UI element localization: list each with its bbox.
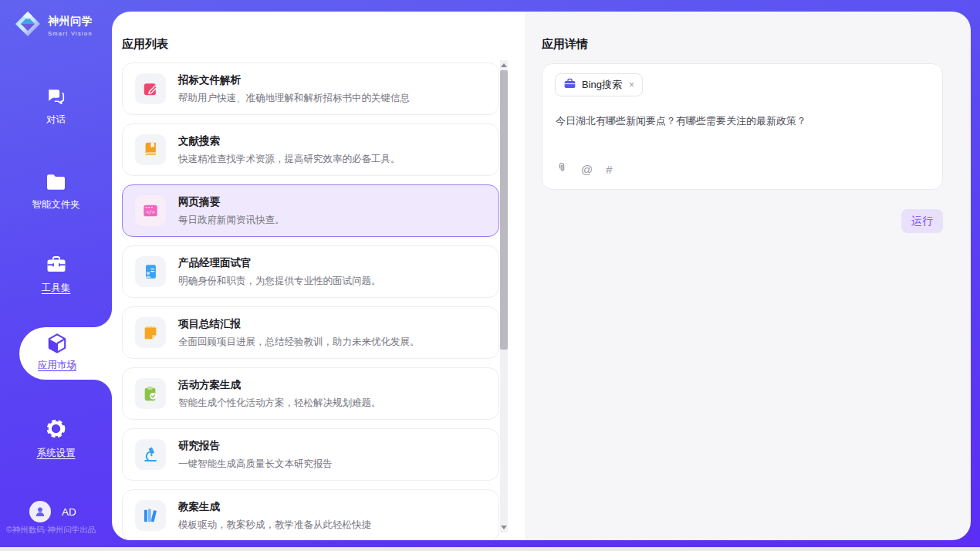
gear-icon (0, 415, 112, 440)
svg-text:</>: </> (146, 209, 155, 215)
sidebar-item-label: 智能文件夹 (0, 198, 112, 211)
sidebar-item-label: 工具集 (0, 282, 112, 295)
sidebar-item-app-market[interactable]: 应用市场 (19, 327, 112, 380)
app-detail-title: 应用详情 (542, 37, 588, 52)
app-card-description: 每日政府新闻资讯快查。 (178, 214, 285, 227)
scrollbar-thumb[interactable] (500, 70, 508, 350)
app-card-text: 文献搜索快速精准查找学术资源，提高研究效率的必备工具。 (178, 134, 400, 166)
folder-icon (0, 167, 112, 191)
app-card-text: 招标文件解析帮助用户快速、准确地理解和解析招标书中的关键信息 (178, 73, 410, 105)
sidebar-item-label: 对话 (0, 113, 112, 127)
app-card-event-plan[interactable]: 活动方案生成智能生成个性化活动方案，轻松解决规划难题。 (122, 367, 499, 420)
app-card-description: 智能生成个性化活动方案，轻松解决规划难题。 (178, 397, 381, 410)
sidebar-item-chat[interactable]: 对话 (0, 82, 112, 127)
close-icon[interactable]: × (629, 79, 634, 90)
app-card-title: 网页摘要 (178, 195, 285, 209)
briefcase-icon (563, 77, 576, 93)
app-detail-panel: 应用详情 Bing搜索 × 今日湖北有哪些新闻要点？有哪些需要关注的最新政策？ (525, 12, 971, 540)
run-button[interactable]: 运行 (901, 209, 943, 233)
prompt-toolbar: @ # (556, 161, 613, 177)
tab-curve-top (93, 309, 112, 327)
scroll-up-icon[interactable] (501, 63, 507, 67)
app-card-list: 招标文件解析帮助用户快速、准确地理解和解析招标书中的关键信息文献搜索快速精准查找… (122, 63, 499, 540)
copyright-footer: ©神州数码·神州问学出品 (6, 525, 96, 536)
brand-diamond-icon (14, 10, 42, 41)
sidebar-item-toolset[interactable]: 工具集 (0, 250, 112, 295)
app-card-web-summary[interactable]: </>网页摘要每日政府新闻资讯快查。 (122, 184, 499, 237)
prompt-input[interactable]: 今日湖北有哪些新闻要点？有哪些需要关注的最新政策？ (556, 113, 930, 129)
tool-chip-bing-search[interactable]: Bing搜索 × (555, 73, 643, 96)
app-card-title: 研究报告 (178, 439, 333, 453)
scroll-down-icon[interactable] (501, 526, 507, 529)
app-card-description: 一键智能生成高质量长文本研究报告 (178, 458, 333, 471)
avatar[interactable] (29, 501, 51, 522)
brand-logo: 神州问学 Smart Vision (14, 10, 93, 41)
list-scrollbar[interactable] (500, 60, 508, 532)
app-card-text: 活动方案生成智能生成个性化活动方案，轻松解决规划难题。 (178, 378, 381, 410)
brand-name: 神州问学 (48, 15, 93, 29)
app-card-description: 模板驱动，教案秒成，教学准备从此轻松快捷 (178, 519, 371, 532)
prompt-card: Bing搜索 × 今日湖北有哪些新闻要点？有哪些需要关注的最新政策？ @ # (542, 63, 943, 190)
tab-curve-bottom (93, 380, 112, 398)
browser-code-icon: </> (135, 195, 166, 226)
edit-square-icon (135, 73, 166, 104)
books-icon (135, 500, 166, 531)
app-card-description: 快速精准查找学术资源，提高研究效率的必备工具。 (178, 153, 400, 166)
cube-icon (19, 332, 95, 355)
sidebar-item-label: 系统设置 (0, 447, 112, 460)
tool-chip-label: Bing搜索 (582, 78, 622, 92)
brand-tagline: Smart Vision (48, 30, 93, 37)
main-content: 应用列表 招标文件解析帮助用户快速、准确地理解和解析招标书中的关键信息文献搜索快… (112, 12, 971, 540)
sidebar-item-smart-folders[interactable]: 智能文件夹 (0, 167, 112, 211)
app-card-bid-doc-parse[interactable]: 招标文件解析帮助用户快速、准确地理解和解析招标书中的关键信息 (122, 63, 499, 115)
sidebar-item-label: 应用市场 (19, 359, 95, 372)
app-card-text: 网页摘要每日政府新闻资讯快查。 (178, 195, 285, 227)
app-card-title: 文献搜索 (178, 134, 400, 148)
chat-icon (0, 82, 112, 106)
app-card-lesson-plan[interactable]: 教案生成模板驱动，教案秒成，教学准备从此轻松快捷 (122, 489, 499, 540)
person-icon (34, 505, 46, 518)
app-card-title: 教案生成 (178, 500, 371, 514)
user-name: AD (62, 506, 76, 518)
app-card-title: 产品经理面试官 (178, 256, 381, 270)
app-card-description: 明确身份和职责，为您提供专业性的面试问题。 (178, 275, 381, 288)
app-card-research-report[interactable]: 研究报告一键智能生成高质量长文本研究报告 (122, 428, 499, 481)
note-icon (135, 317, 166, 348)
app-card-title: 活动方案生成 (178, 378, 381, 392)
app-card-description: 全面回顾项目进展，总结经验教训，助力未来优化发展。 (178, 336, 420, 349)
app-card-pm-interviewer[interactable]: 产品经理面试官明确身份和职责，为您提供专业性的面试问题。 (122, 245, 499, 298)
app-card-text: 产品经理面试官明确身份和职责，为您提供专业性的面试问题。 (178, 256, 381, 288)
app-list-title: 应用列表 (122, 37, 168, 52)
paperclip-icon[interactable] (556, 161, 568, 177)
sidebar: 神州问学 Smart Vision 对话智能文件夹工具集应用市场系统设置 AD … (0, 0, 112, 547)
app-card-text: 研究报告一键智能生成高质量长文本研究报告 (178, 439, 333, 471)
app-list-panel: 应用列表 招标文件解析帮助用户快速、准确地理解和解析招标书中的关键信息文献搜索快… (112, 12, 525, 540)
resume-icon (135, 256, 166, 287)
app-card-project-report[interactable]: 项目总结汇报全面回顾项目进展，总结经验教训，助力未来优化发展。 (122, 306, 499, 359)
microscope-icon (135, 439, 166, 470)
hash-icon[interactable]: # (606, 163, 612, 176)
clipboard-check-icon (135, 378, 166, 409)
app-card-literature-search[interactable]: 文献搜索快速精准查找学术资源，提高研究效率的必备工具。 (122, 123, 499, 176)
app-card-text: 项目总结汇报全面回顾项目进展，总结经验教训，助力未来优化发展。 (178, 317, 420, 349)
mention-icon[interactable]: @ (581, 163, 593, 176)
app-card-title: 招标文件解析 (178, 73, 410, 87)
sidebar-item-settings[interactable]: 系统设置 (0, 415, 112, 460)
user-account[interactable]: AD (29, 501, 76, 522)
book-icon (135, 134, 166, 165)
toolbox-icon (0, 250, 112, 275)
app-card-description: 帮助用户快速、准确地理解和解析招标书中的关键信息 (178, 92, 410, 105)
app-card-text: 教案生成模板驱动，教案秒成，教学准备从此轻松快捷 (178, 500, 371, 532)
app-card-title: 项目总结汇报 (178, 317, 420, 331)
app-window: 神州问学 Smart Vision 对话智能文件夹工具集应用市场系统设置 AD … (0, 0, 980, 547)
